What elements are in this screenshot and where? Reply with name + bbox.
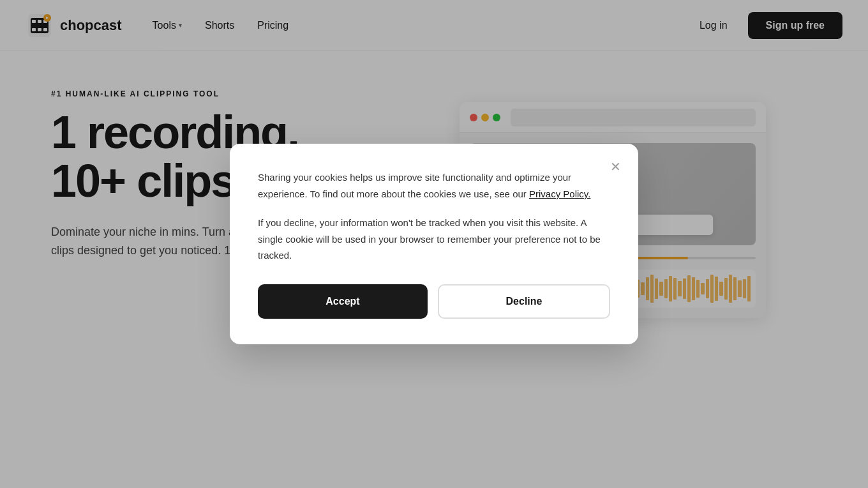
modal-buttons: Accept Decline bbox=[258, 284, 610, 319]
cookie-text-secondary: If you decline, your information won't b… bbox=[258, 215, 610, 264]
cookie-modal: ✕ Sharing your cookies helps us improve … bbox=[230, 144, 638, 344]
modal-overlay: ✕ Sharing your cookies helps us improve … bbox=[0, 0, 868, 488]
close-icon: ✕ bbox=[610, 159, 621, 174]
accept-button[interactable]: Accept bbox=[258, 284, 428, 319]
cookie-text-primary: Sharing your cookies helps us improve si… bbox=[258, 169, 610, 202]
modal-body: Sharing your cookies helps us improve si… bbox=[258, 169, 610, 264]
modal-close-button[interactable]: ✕ bbox=[605, 156, 625, 177]
privacy-policy-link[interactable]: Privacy Policy. bbox=[529, 188, 590, 199]
decline-button[interactable]: Decline bbox=[438, 284, 610, 319]
